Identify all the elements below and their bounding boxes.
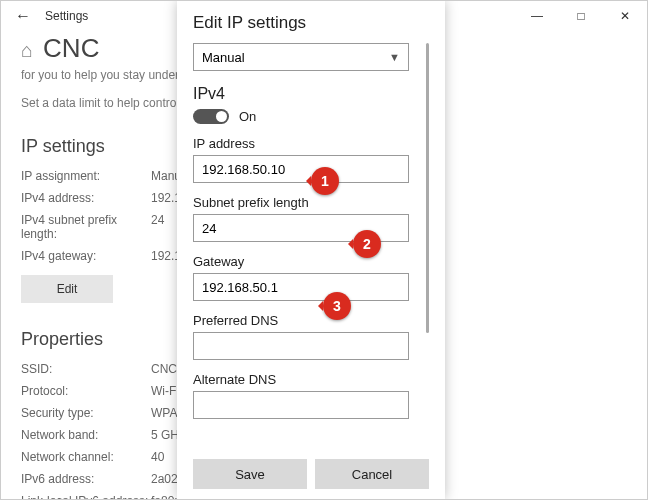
kv-key: IPv4 gateway: [21,249,151,263]
alternate-dns-label: Alternate DNS [193,372,419,387]
kv-key: IP assignment: [21,169,151,183]
page-title: CNC [43,33,99,64]
kv-value: 24 [151,213,164,241]
preferred-dns-label: Preferred DNS [193,313,419,328]
callout-1: 1 [311,167,339,195]
ipv4-toggle-label: On [239,109,256,124]
modal-title: Edit IP settings [193,13,429,33]
preferred-dns-input[interactable] [193,332,409,360]
kv-key: IPv4 address: [21,191,151,205]
save-button[interactable]: Save [193,459,307,489]
close-button[interactable]: ✕ [603,1,647,31]
gateway-input[interactable] [193,273,409,301]
kv-key: Protocol: [21,384,151,398]
kv-value: CNC [151,362,177,376]
callout-2: 2 [353,230,381,258]
subnet-label: Subnet prefix length [193,195,419,210]
kv-key: Network band: [21,428,151,442]
ip-mode-value: Manual [202,50,245,65]
back-button[interactable]: ← [1,7,45,25]
maximize-button[interactable]: □ [559,1,603,31]
kv-key: Network channel: [21,450,151,464]
callout-3: 3 [323,292,351,320]
alternate-dns-input[interactable] [193,391,409,419]
kv-key: Security type: [21,406,151,420]
window-title: Settings [45,9,88,23]
ip-address-label: IP address [193,136,419,151]
minimize-button[interactable]: ― [515,1,559,31]
gateway-label: Gateway [193,254,419,269]
kv-key: Link-local IPv6 address: [21,494,151,500]
kv-key: IPv6 address: [21,472,151,486]
cancel-button[interactable]: Cancel [315,459,429,489]
edit-ip-modal: Edit IP settings Manual ▼ IPv4 On IP add… [177,1,445,499]
ip-mode-select[interactable]: Manual ▼ [193,43,409,71]
home-icon: ⌂ [21,39,33,62]
kv-key: SSID: [21,362,151,376]
kv-key: IPv4 subnet prefix length: [21,213,151,241]
kv-value: 40 [151,450,164,464]
ipv4-heading: IPv4 [193,85,419,103]
ipv4-toggle[interactable] [193,109,229,124]
modal-scrollbar[interactable] [426,43,429,333]
edit-button[interactable]: Edit [21,275,113,303]
chevron-down-icon: ▼ [389,51,400,63]
